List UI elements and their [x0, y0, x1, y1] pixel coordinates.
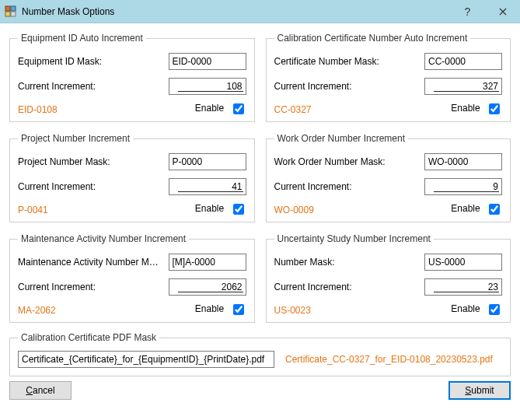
group-uncertainty-title: Uncertainty Study Number Increment — [274, 233, 434, 244]
maint-preview: MA-2062 — [18, 305, 56, 316]
certificate-increment-input[interactable] — [424, 78, 502, 95]
project-preview: P-0041 — [18, 205, 48, 215]
project-enable-label: Enable — [195, 203, 224, 214]
equipment-mask-input[interactable] — [169, 53, 246, 70]
content-area: Equipment ID Auto Increment Equipment ID… — [0, 23, 520, 420]
maint-mask-label: Maintenance Activity Number Mas... — [18, 257, 162, 268]
unc-increment-input[interactable] — [424, 278, 502, 296]
unc-enable-checkbox[interactable] — [489, 304, 500, 315]
group-uncertainty: Uncertainty Study Number Increment Numbe… — [266, 233, 511, 323]
wo-enable-label: Enable — [451, 203, 480, 214]
certificate-mask-input[interactable] — [424, 53, 502, 70]
certificate-enable-checkbox[interactable] — [489, 103, 500, 114]
maint-enable-checkbox[interactable] — [233, 304, 244, 315]
wo-increment-label: Current Increment: — [274, 181, 419, 192]
group-equipment-id: Equipment ID Auto Increment Equipment ID… — [9, 33, 255, 122]
certificate-enable-label: Enable — [451, 103, 480, 114]
unc-mask-label: Number Mask: — [274, 257, 419, 268]
group-pdf-mask: Calibration Certificate PDF Mask Certifi… — [9, 332, 511, 376]
svg-rect-0 — [5, 6, 10, 11]
unc-mask-input[interactable] — [424, 254, 502, 271]
equipment-increment-label: Current Increment: — [18, 81, 162, 92]
group-work-order-title: Work Order Number Increment — [274, 133, 409, 144]
window-title: Number Mask Options — [22, 6, 114, 17]
equipment-preview: EID-0108 — [18, 104, 58, 115]
group-maintenance: Maintenance Activity Number Increment Ma… — [9, 233, 255, 323]
wo-enable-checkbox[interactable] — [489, 204, 500, 215]
wo-mask-label: Work Order Number Mask: — [274, 156, 419, 167]
svg-rect-3 — [11, 12, 16, 16]
help-button[interactable]: ? — [450, 0, 485, 23]
project-enable-checkbox[interactable] — [233, 204, 244, 215]
pdf-preview: Certificate_CC-0327_for_EID-0108_2023052… — [285, 354, 493, 365]
group-equipment-id-title: Equipment ID Auto Increment — [18, 33, 146, 44]
project-increment-label: Current Increment: — [18, 181, 162, 192]
certificate-preview: CC-0327 — [274, 104, 312, 115]
title-bar: Number Mask Options ? — [0, 0, 520, 23]
equipment-mask-label: Equipment ID Mask: — [18, 56, 162, 67]
wo-preview: WO-0009 — [274, 205, 314, 215]
equipment-enable-label: Enable — [195, 103, 224, 114]
group-certificate: Calibration Certificate Number Auto Incr… — [266, 33, 511, 122]
group-pdf-mask-title: Calibration Certificate PDF Mask — [18, 332, 159, 343]
group-work-order: Work Order Number Increment Work Order N… — [266, 133, 511, 222]
project-mask-input[interactable] — [169, 153, 246, 170]
close-button[interactable] — [485, 0, 520, 23]
maint-enable-label: Enable — [195, 303, 224, 314]
pdf-mask-input[interactable] — [18, 351, 274, 368]
wo-mask-input[interactable] — [424, 153, 502, 170]
project-mask-label: Project Number Mask: — [18, 156, 162, 167]
submit-button[interactable]: Submit — [448, 381, 511, 400]
certificate-increment-label: Current Increment: — [274, 81, 419, 92]
cancel-button[interactable]: Cancel — [9, 381, 72, 400]
certificate-mask-label: Certificate Number Mask: — [274, 56, 419, 67]
maint-increment-label: Current Increment: — [18, 282, 162, 292]
app-icon — [5, 5, 17, 18]
svg-rect-1 — [11, 6, 16, 11]
wo-increment-input[interactable] — [424, 178, 502, 195]
group-project-title: Project Number Increment — [18, 133, 133, 144]
equipment-increment-input[interactable] — [169, 78, 246, 95]
submit-button-rest: ubmit — [471, 385, 494, 396]
group-certificate-title: Calibration Certificate Number Auto Incr… — [274, 33, 471, 44]
maint-mask-input[interactable] — [169, 254, 246, 271]
unc-enable-label: Enable — [451, 303, 480, 314]
project-increment-input[interactable] — [169, 178, 246, 195]
maint-increment-input[interactable] — [169, 278, 246, 296]
cancel-button-rest: ancel — [33, 385, 55, 396]
group-maintenance-title: Maintenance Activity Number Increment — [18, 233, 189, 244]
group-project: Project Number Increment Project Number … — [9, 133, 255, 222]
svg-rect-2 — [5, 12, 10, 16]
unc-preview: US-0023 — [274, 305, 311, 316]
equipment-enable-checkbox[interactable] — [233, 103, 244, 114]
unc-increment-label: Current Increment: — [274, 282, 419, 292]
